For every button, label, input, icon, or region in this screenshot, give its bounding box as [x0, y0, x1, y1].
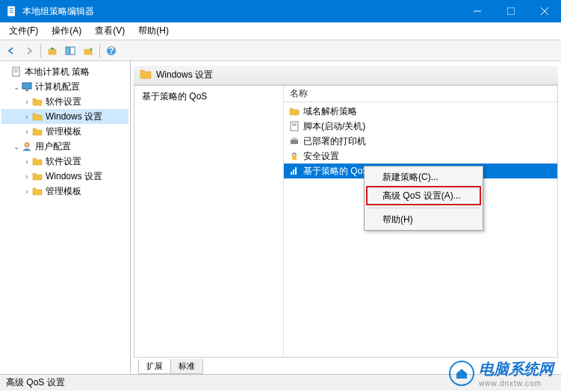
- folder-icon: [140, 69, 152, 81]
- titlebar: 本地组策略编辑器: [0, 0, 561, 22]
- svg-rect-25: [292, 155, 297, 160]
- user-icon: [21, 140, 33, 152]
- close-button[interactable]: [527, 0, 561, 22]
- folder-icon: [288, 105, 300, 117]
- tab-extended[interactable]: 扩展: [138, 359, 171, 374]
- tree-user-templates[interactable]: › 管理模板: [1, 184, 128, 199]
- selected-item-title: 基于策略的 QoS: [142, 90, 276, 103]
- folder-icon: [31, 185, 43, 197]
- tree-admin-templates[interactable]: › 管理模板: [1, 124, 128, 139]
- folder-icon: [31, 170, 43, 182]
- svg-rect-27: [293, 169, 294, 175]
- collapse-icon[interactable]: ⌄: [12, 143, 21, 151]
- forward-button[interactable]: [21, 43, 37, 59]
- tree-computer-config[interactable]: ⌄ 计算机配置: [1, 79, 128, 94]
- watermark: 电脑系统网 www.dnxtw.com: [449, 359, 554, 388]
- svg-rect-23: [291, 140, 298, 144]
- context-menu: 新建策略(C)... 高级 QoS 设置(A)... 帮助(H): [364, 166, 483, 231]
- tree-windows-settings[interactable]: › Windows 设置: [1, 109, 128, 124]
- svg-text:?: ?: [108, 46, 114, 56]
- svg-rect-28: [295, 167, 297, 175]
- tree-pane: 本地计算机 策略 ⌄ 计算机配置 › 软件设置 › Windows 设置 › 管…: [0, 61, 131, 374]
- expand-icon[interactable]: ›: [22, 128, 31, 136]
- minimize-button[interactable]: [460, 0, 494, 22]
- svg-rect-17: [22, 83, 31, 89]
- ctx-advanced-qos[interactable]: 高级 QoS 设置(A)...: [366, 186, 481, 205]
- folder-icon: [31, 96, 43, 108]
- expand-icon[interactable]: ›: [22, 172, 31, 181]
- list-item-scripts[interactable]: 脚本(启动/关机): [284, 119, 557, 134]
- security-icon: [288, 150, 300, 162]
- export-button[interactable]: [80, 43, 96, 59]
- computer-icon: [21, 81, 33, 93]
- app-icon: [6, 5, 18, 17]
- policy-icon: [10, 66, 22, 78]
- expand-icon[interactable]: ›: [22, 98, 31, 106]
- svg-rect-0: [8, 7, 15, 16]
- maximize-button[interactable]: [494, 0, 527, 22]
- tab-standard[interactable]: 标准: [170, 359, 203, 374]
- content-pane: Windows 设置 基于策略的 QoS 名称 域名解析策略 脚本(启动/关机): [131, 61, 561, 374]
- menu-help[interactable]: 帮助(H): [132, 23, 175, 39]
- collapse-icon[interactable]: ⌄: [12, 83, 21, 91]
- content-header: Windows 设置: [134, 66, 558, 85]
- svg-rect-5: [507, 7, 515, 15]
- folder-icon: [31, 125, 43, 137]
- folder-icon: [31, 155, 43, 167]
- watermark-text: 电脑系统网: [479, 359, 554, 379]
- window-title: 本地组策略编辑器: [22, 5, 460, 18]
- menu-view[interactable]: 查看(V): [89, 23, 131, 39]
- up-button[interactable]: [44, 43, 61, 59]
- script-icon: [288, 120, 300, 132]
- tree-user-config[interactable]: ⌄ 用户配置: [1, 139, 128, 154]
- ctx-help[interactable]: 帮助(H): [366, 211, 481, 228]
- content-title: Windows 设置: [156, 69, 213, 81]
- expand-icon[interactable]: ›: [22, 113, 31, 121]
- tree-software-settings[interactable]: › 软件设置: [1, 94, 128, 109]
- folder-icon: [31, 111, 43, 122]
- tree-root[interactable]: 本地计算机 策略: [1, 64, 128, 79]
- svg-rect-24: [292, 137, 297, 140]
- back-button[interactable]: [3, 43, 19, 59]
- expand-icon[interactable]: ›: [22, 158, 31, 166]
- ctx-new-policy[interactable]: 新建策略(C)...: [366, 168, 481, 186]
- menu-file[interactable]: 文件(F): [3, 23, 44, 39]
- menubar: 文件(F) 操作(A) 查看(V) 帮助(H): [0, 22, 561, 40]
- svg-rect-26: [291, 172, 292, 175]
- column-header-name[interactable]: 名称: [284, 86, 557, 102]
- svg-rect-9: [66, 47, 69, 55]
- qos-icon: [288, 165, 300, 177]
- svg-rect-8: [49, 49, 56, 55]
- help-button[interactable]: ?: [103, 43, 120, 59]
- tree-user-windows[interactable]: › Windows 设置: [1, 169, 128, 184]
- list-item-dns[interactable]: 域名解析策略: [284, 104, 557, 119]
- printer-icon: [288, 135, 300, 147]
- watermark-url: www.dnxtw.com: [479, 379, 554, 388]
- svg-rect-20: [291, 122, 298, 131]
- list-item-security[interactable]: 安全设置: [284, 149, 557, 164]
- show-hide-button[interactable]: [62, 43, 78, 59]
- svg-point-19: [25, 143, 29, 147]
- tree-user-software[interactable]: › 软件设置: [1, 154, 128, 169]
- toolbar: ?: [0, 40, 561, 61]
- status-text: 高级 QoS 设置: [6, 376, 65, 389]
- svg-rect-10: [70, 47, 75, 55]
- expand-icon[interactable]: ›: [22, 187, 31, 196]
- watermark-logo: [449, 361, 474, 386]
- description-column: 基于策略的 QoS: [134, 86, 284, 357]
- menu-action[interactable]: 操作(A): [46, 23, 87, 39]
- list-item-printers[interactable]: 已部署的打印机: [284, 134, 557, 149]
- menu-separator: [368, 208, 480, 208]
- svg-rect-18: [25, 90, 28, 91]
